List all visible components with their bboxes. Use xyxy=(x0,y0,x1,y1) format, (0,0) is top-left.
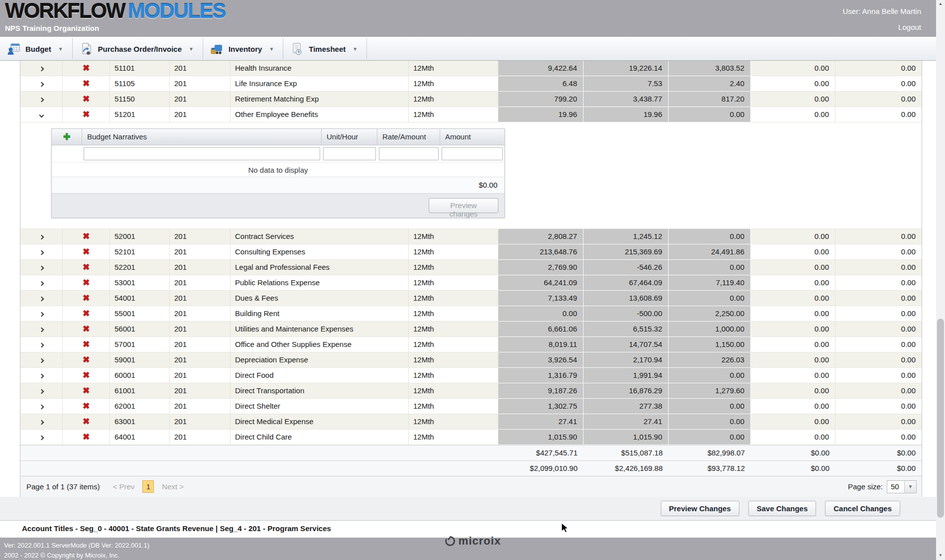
delete-row-icon[interactable]: ✖ xyxy=(83,370,90,380)
delete-row-icon[interactable]: ✖ xyxy=(83,324,90,334)
expand-row-chevron-icon[interactable] xyxy=(39,436,44,441)
next-page-button[interactable]: Next > xyxy=(162,482,184,491)
request-amount-cell: 0.00 xyxy=(751,244,835,260)
delete-row-icon[interactable]: ✖ xyxy=(83,432,90,442)
expand-row-chevron-icon[interactable] xyxy=(39,281,44,286)
delete-row-icon[interactable]: ✖ xyxy=(83,355,90,364)
description-cell: Direct Child Care xyxy=(231,430,409,445)
expand-row-chevron-icon[interactable] xyxy=(39,82,44,87)
cancel-changes-button[interactable]: Cancel Changes xyxy=(825,501,900,516)
expand-cell xyxy=(20,399,63,414)
add-narrative-plus-icon[interactable]: ✚ xyxy=(63,132,70,141)
unit-hour-input[interactable] xyxy=(323,147,376,160)
variance-amount-cell: 1,150.00 xyxy=(669,337,751,352)
expand-row-chevron-icon[interactable] xyxy=(39,328,44,333)
account-cell: 51201 xyxy=(110,107,170,122)
delete-row-icon[interactable]: ✖ xyxy=(83,94,90,104)
logout-link[interactable]: Logout xyxy=(898,23,921,31)
vertical-scrollbar[interactable]: ▲ ▼ xyxy=(936,0,945,560)
delete-row-icon[interactable]: ✖ xyxy=(83,231,90,241)
pager-bar: Page 1 of 1 (37 items) < Prev 1 Next > P… xyxy=(20,476,922,497)
prev-page-button[interactable]: < Prev xyxy=(113,482,135,491)
expand-row-chevron-icon[interactable] xyxy=(39,420,44,425)
delete-row-icon[interactable]: ✖ xyxy=(83,417,90,426)
delete-row-icon[interactable]: ✖ xyxy=(83,63,90,73)
delete-row-icon[interactable]: ✖ xyxy=(83,110,90,119)
budget-amount-cell: 7.53 xyxy=(584,76,669,92)
expand-row-chevron-icon[interactable] xyxy=(39,67,44,72)
actual-amount-cell: 1,302.75 xyxy=(498,399,584,414)
actual-amount-cell: 8,019.11 xyxy=(498,337,584,352)
narrative-text-input[interactable] xyxy=(84,147,320,160)
months-cell: 12Mth xyxy=(409,383,498,399)
scrollbar-thumb[interactable] xyxy=(937,319,944,518)
narratives-total-value: $0.00 xyxy=(478,181,497,189)
amount-input[interactable] xyxy=(442,147,503,160)
save-changes-button[interactable]: Save Changes xyxy=(748,501,817,516)
expand-row-chevron-icon[interactable] xyxy=(39,266,44,271)
delete-row-icon[interactable]: ✖ xyxy=(83,278,90,287)
collapse-row-chevron-icon[interactable] xyxy=(39,113,44,118)
page-size-select[interactable]: 50 ▼ xyxy=(887,480,917,493)
months-cell: 12Mth xyxy=(409,275,498,291)
expand-row-chevron-icon[interactable] xyxy=(39,235,44,240)
delete-cell: ✖ xyxy=(63,383,110,399)
expand-row-chevron-icon[interactable] xyxy=(39,405,44,410)
rate-amount-input[interactable] xyxy=(379,147,439,160)
delete-row-icon[interactable]: ✖ xyxy=(83,339,90,349)
expand-row-chevron-icon[interactable] xyxy=(39,98,44,103)
expand-row-chevron-icon[interactable] xyxy=(39,250,44,255)
scroll-up-icon[interactable]: ▲ xyxy=(936,0,945,8)
account-cell: 54001 xyxy=(110,291,170,306)
narratives-total-row: $0.00 xyxy=(52,177,504,193)
variance-amount-cell: 24,491.86 xyxy=(669,244,751,260)
delete-row-icon[interactable]: ✖ xyxy=(83,79,90,88)
nav-item-inventory[interactable]: Inventory ▼ xyxy=(203,37,283,60)
delete-row-icon[interactable]: ✖ xyxy=(83,247,90,256)
delete-row-icon[interactable]: ✖ xyxy=(83,386,90,395)
variance-amount-cell: 7,119.40 xyxy=(669,275,751,291)
expand-row-chevron-icon[interactable] xyxy=(39,358,44,363)
delete-cell: ✖ xyxy=(63,92,110,107)
delete-cell: ✖ xyxy=(63,368,110,383)
purchase-order-icon xyxy=(80,42,93,56)
expand-cell xyxy=(20,76,63,92)
subtotal-row-cell: $427,545.71 xyxy=(498,446,584,460)
preview-changes-inline-button[interactable]: Preview changes xyxy=(429,198,498,213)
request-amount-cell: 0.00 xyxy=(751,229,835,244)
request-amount-cell: 0.00 xyxy=(751,399,835,414)
scroll-down-icon[interactable]: ▼ xyxy=(936,552,945,560)
grand-total-row-cell xyxy=(110,461,170,476)
delete-row-icon[interactable]: ✖ xyxy=(83,401,90,411)
account-cell: 51101 xyxy=(110,61,170,76)
budget-amount-cell: 13,608.69 xyxy=(584,291,669,306)
nav-item-label: Timesheet xyxy=(309,45,346,53)
page-number-button[interactable]: 1 xyxy=(142,480,154,493)
grid-rows-top: ✖51101201Health Insurance12Mth9,422.6419… xyxy=(20,61,922,122)
description-cell: Direct Shelter xyxy=(231,399,409,414)
approved-amount-cell: 0.00 xyxy=(835,306,922,322)
expand-row-chevron-icon[interactable] xyxy=(39,343,44,348)
expand-row-chevron-icon[interactable] xyxy=(39,374,44,379)
expand-row-chevron-icon[interactable] xyxy=(39,312,44,317)
nav-item-timesheet[interactable]: Timesheet ▼ xyxy=(283,37,366,60)
description-cell: Utilities and Maintenance Expenses xyxy=(231,322,409,337)
delete-row-icon[interactable]: ✖ xyxy=(83,309,90,318)
segment-cell: 201 xyxy=(170,92,231,107)
approved-amount-cell: 0.00 xyxy=(835,107,922,122)
nav-item-budget[interactable]: Budget ▼ xyxy=(0,37,72,60)
preview-changes-button[interactable]: Preview Changes xyxy=(661,501,739,516)
no-data-message: No data to display xyxy=(52,162,504,177)
grand-total-row: $2,099,010.90$2,426,169.88$93,778.12$0.0… xyxy=(20,460,922,476)
account-cell: 60001 xyxy=(110,368,170,383)
request-amount-cell: 0.00 xyxy=(751,322,835,337)
expand-row-chevron-icon[interactable] xyxy=(39,297,44,302)
approved-amount-cell: 0.00 xyxy=(835,337,922,352)
delete-row-icon[interactable]: ✖ xyxy=(83,262,90,272)
delete-cell: ✖ xyxy=(63,76,110,92)
delete-row-icon[interactable]: ✖ xyxy=(83,293,90,303)
nav-item-purchase-order-invoice[interactable]: Purchase Order/Invoice ▼ xyxy=(73,37,203,60)
expand-row-chevron-icon[interactable] xyxy=(39,389,44,394)
segment-cell: 201 xyxy=(170,322,231,337)
grand-total-row-cell xyxy=(170,461,231,476)
